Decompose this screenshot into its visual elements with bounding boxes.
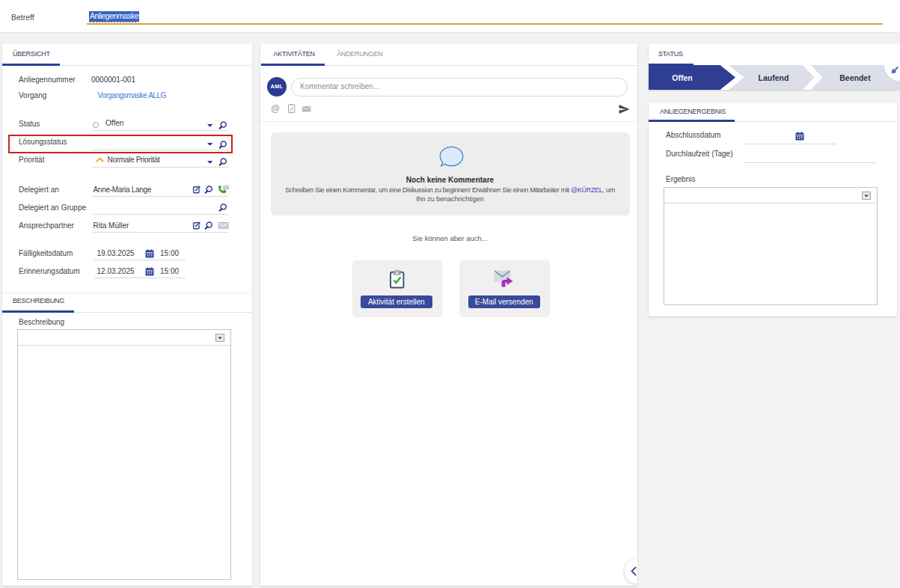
svg-text:Beendet: Beendet	[839, 73, 871, 82]
svg-text:Offen: Offen	[672, 73, 692, 82]
svg-text:Laufend: Laufend	[759, 73, 789, 82]
